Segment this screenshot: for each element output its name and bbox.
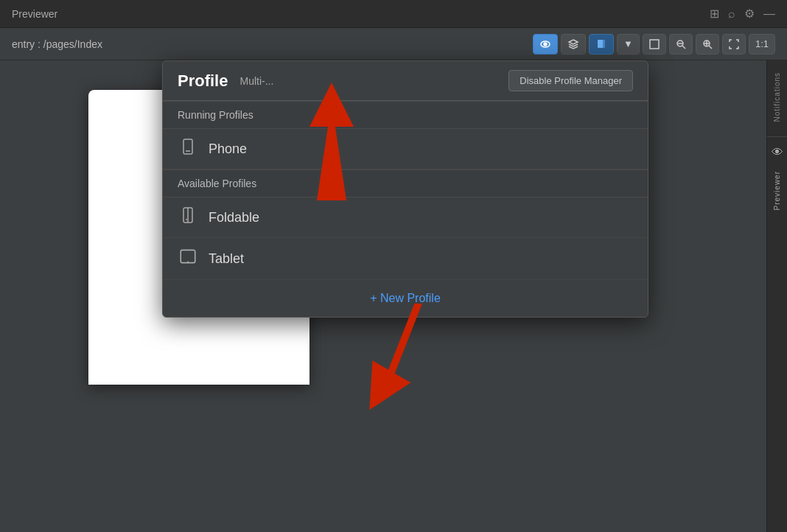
tablet-profile-item[interactable]: Tablet	[163, 238, 648, 280]
svg-rect-4	[600, 40, 605, 48]
content-area: Profile Multi-... Disable Profile Manage…	[0, 60, 766, 532]
title-bar-right: ⊞ ⌕ ⚙ —	[710, 7, 775, 21]
foldable-profile-item[interactable]: Foldable	[163, 197, 648, 238]
actual-size-button[interactable]: 1:1	[749, 34, 775, 55]
main-area: Profile Multi-... Disable Profile Manage…	[0, 60, 787, 532]
rect-button[interactable]	[643, 34, 666, 55]
title-bar-icon-3[interactable]: ⚙	[744, 7, 755, 21]
svg-marker-21	[309, 83, 354, 200]
multi-label: Multi-...	[239, 75, 273, 87]
layers-button[interactable]	[561, 34, 586, 55]
svg-line-7	[682, 46, 685, 49]
svg-point-1	[544, 43, 547, 46]
svg-rect-13	[183, 139, 192, 154]
notifications-tab[interactable]: Notifications	[773, 66, 781, 127]
svg-rect-5	[650, 40, 659, 49]
app-title: Previewer	[12, 8, 57, 20]
phone-profile-item[interactable]: Phone	[163, 129, 648, 169]
foldable-label: Foldable	[209, 210, 259, 225]
svg-marker-22	[337, 304, 447, 421]
svg-marker-2	[569, 40, 578, 44]
dropdown-title: Profile	[178, 71, 228, 91]
dropdown-button[interactable]: ▼	[617, 34, 640, 55]
eye-sidebar-icon[interactable]: 👁	[772, 146, 783, 159]
available-profiles-header: Available Profiles	[163, 169, 648, 197]
title-bar-icon-2[interactable]: ⌕	[728, 7, 735, 21]
tablet-label: Tablet	[209, 251, 244, 267]
profile-button[interactable]	[589, 34, 614, 55]
dropdown-header: Profile Multi-... Disable Profile Manage…	[163, 61, 648, 101]
title-bar-icon-1[interactable]: ⊞	[710, 7, 719, 21]
phone-icon	[178, 138, 198, 160]
tablet-icon	[178, 247, 198, 270]
title-bar: Previewer ⊞ ⌕ ⚙ —	[0, 0, 787, 28]
svg-line-10	[709, 46, 712, 49]
phone-label: Phone	[209, 141, 247, 157]
title-bar-icon-4[interactable]: —	[763, 7, 775, 21]
toolbar: entry : /pages/Index ▼	[0, 28, 787, 60]
toolbar-actions: ▼ 1:1	[533, 34, 775, 55]
arrow-up	[273, 83, 405, 215]
eye-button[interactable]	[533, 34, 558, 55]
svg-rect-18	[181, 250, 195, 262]
right-sidebar: Notifications 👁 Previewer	[766, 60, 787, 532]
fit-button[interactable]	[722, 34, 746, 55]
previewer-tab[interactable]: Previewer	[773, 165, 781, 216]
breadcrumb: entry : /pages/Index	[12, 38, 527, 50]
zoom-out-button[interactable]	[669, 34, 693, 55]
running-profiles-header: Running Profiles	[163, 101, 648, 129]
arrow-down	[332, 304, 479, 451]
zoom-in-button[interactable]	[696, 34, 719, 55]
foldable-icon	[178, 206, 198, 228]
dropdown-panel: Profile Multi-... Disable Profile Manage…	[162, 60, 648, 318]
disable-profile-manager-button[interactable]: Disable Profile Manager	[508, 70, 633, 91]
